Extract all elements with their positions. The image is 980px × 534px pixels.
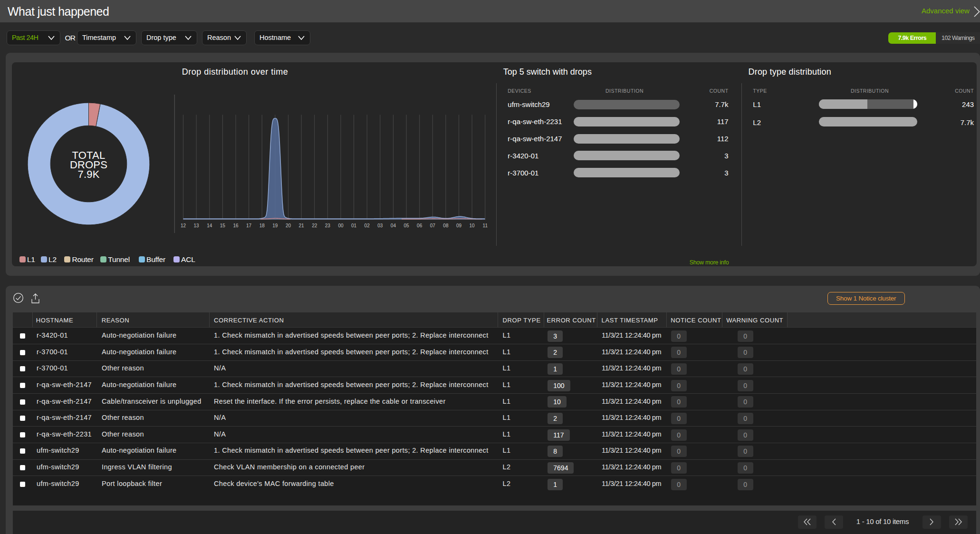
svg-text:19: 19: [272, 223, 278, 228]
svg-text:01: 01: [351, 223, 357, 228]
svg-text:23: 23: [325, 223, 331, 228]
svg-text:10: 10: [470, 223, 475, 228]
svg-text:20: 20: [286, 223, 291, 228]
svg-text:13: 13: [194, 223, 200, 228]
svg-text:12: 12: [181, 223, 186, 228]
svg-text:11: 11: [483, 223, 488, 228]
svg-text:22: 22: [312, 223, 317, 228]
svg-text:21: 21: [299, 223, 305, 228]
svg-text:18: 18: [259, 223, 265, 228]
svg-text:02: 02: [365, 223, 370, 228]
svg-text:03: 03: [377, 223, 383, 228]
svg-text:09: 09: [456, 223, 462, 228]
svg-text:14: 14: [207, 223, 212, 228]
svg-text:06: 06: [417, 223, 423, 228]
svg-text:00: 00: [338, 223, 344, 228]
svg-text:05: 05: [404, 223, 409, 228]
svg-text:15: 15: [220, 223, 226, 228]
svg-text:07: 07: [430, 223, 436, 228]
svg-text:04: 04: [391, 223, 396, 228]
svg-text:08: 08: [443, 223, 449, 228]
svg-text:16: 16: [233, 223, 239, 228]
svg-text:17: 17: [246, 223, 252, 228]
